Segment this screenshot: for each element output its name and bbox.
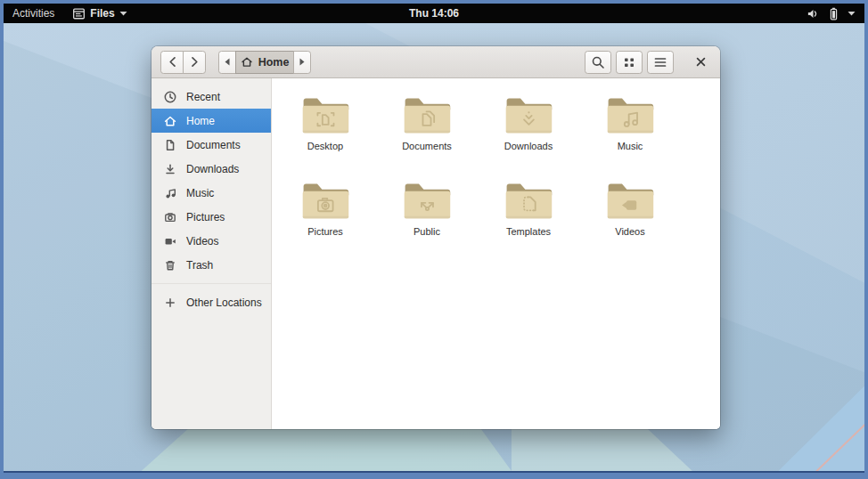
- sidebar-item-trash[interactable]: Trash: [151, 253, 271, 277]
- topbar-left: Activities Files: [4, 4, 136, 23]
- battery-icon: [828, 7, 839, 20]
- folder-icon: [604, 94, 656, 136]
- folder-label: Videos: [615, 226, 644, 237]
- folder-item-templates[interactable]: Templates: [484, 178, 573, 255]
- sidebar-label: Other Locations: [186, 296, 262, 309]
- sidebar-item-downloads[interactable]: Downloads: [151, 157, 271, 181]
- folder-item-pictures[interactable]: Pictures: [281, 178, 370, 255]
- icon-grid: Desktop: [272, 78, 720, 255]
- headerbar: Home: [151, 46, 720, 78]
- folder-label: Music: [618, 141, 643, 151]
- folder-label: Documents: [402, 141, 452, 151]
- download-icon: [163, 162, 177, 176]
- path-home-button[interactable]: Home: [235, 51, 294, 74]
- folder-icon: [503, 94, 554, 136]
- history-nav-group: [160, 51, 206, 74]
- headerbar-right-group: [585, 51, 711, 74]
- hamburger-menu-icon: [654, 57, 667, 68]
- camera-icon: [163, 210, 177, 224]
- home-icon: [241, 56, 253, 68]
- document-icon: [163, 138, 177, 152]
- folder-icon: [299, 180, 351, 222]
- clock[interactable]: Thu 14:06: [409, 7, 459, 20]
- folder-label: Downloads: [504, 141, 553, 151]
- app-menu-label: Files: [90, 7, 114, 20]
- path-scroll-left-button[interactable]: [218, 51, 236, 74]
- music-note-icon: [163, 186, 177, 200]
- folder-icon: [401, 94, 453, 136]
- sidebar-separator: [151, 283, 271, 284]
- sidebar-item-documents[interactable]: Documents: [151, 133, 271, 157]
- back-button[interactable]: [160, 51, 184, 74]
- sidebar-item-music[interactable]: Music: [151, 181, 271, 205]
- sidebar-label: Music: [186, 187, 214, 199]
- folder-label: Desktop: [307, 141, 343, 151]
- volume-icon: [807, 7, 820, 20]
- gnome-top-bar: Activities Files Thu 14:06: [4, 4, 864, 23]
- grid-view-icon: [623, 56, 635, 69]
- system-status-area[interactable]: [807, 4, 864, 23]
- menu-button[interactable]: [647, 51, 674, 74]
- folder-label: Pictures: [307, 226, 343, 237]
- sidebar-item-home[interactable]: Home: [151, 109, 271, 133]
- folder-item-public[interactable]: Public: [382, 178, 471, 255]
- folder-icon: [401, 180, 453, 222]
- file-view[interactable]: Desktop: [272, 78, 720, 429]
- close-icon: [696, 57, 706, 67]
- folder-icon: [604, 180, 656, 222]
- close-window-button[interactable]: [690, 52, 711, 73]
- sidebar-label: Trash: [186, 259, 213, 272]
- folder-item-documents[interactable]: Documents: [382, 93, 471, 169]
- sidebar-label: Documents: [186, 139, 241, 151]
- folder-label: Public: [414, 226, 440, 237]
- folder-icon: [503, 180, 554, 222]
- files-app-icon: [72, 7, 86, 20]
- sidebar-label: Videos: [186, 235, 218, 248]
- path-bar: Home: [218, 51, 311, 74]
- folder-item-desktop[interactable]: Desktop: [281, 93, 370, 169]
- sidebar-label: Recent: [186, 91, 220, 103]
- folder-item-music[interactable]: Music: [585, 93, 675, 169]
- search-button[interactable]: [585, 51, 611, 74]
- chevron-down-icon: [848, 11, 856, 16]
- screen: Activities Files Thu 14:06: [4, 4, 864, 473]
- view-grid-button[interactable]: [616, 51, 643, 74]
- activities-button[interactable]: Activities: [4, 4, 63, 23]
- forward-button[interactable]: [183, 51, 206, 74]
- folder-item-videos[interactable]: Videos: [585, 178, 675, 255]
- chevron-down-icon: [119, 11, 127, 16]
- sidebar-item-pictures[interactable]: Pictures: [151, 205, 271, 229]
- places-sidebar: Recent Home Document: [151, 78, 272, 429]
- clock-icon: [163, 90, 177, 104]
- screenshot-frame: Activities Files Thu 14:06: [0, 0, 868, 479]
- path-scroll-right-button[interactable]: [293, 51, 311, 74]
- files-window: Home: [151, 46, 720, 429]
- sidebar-label: Downloads: [186, 163, 239, 175]
- sidebar-item-recent[interactable]: Recent: [151, 85, 271, 109]
- activities-label: Activities: [12, 7, 54, 20]
- trash-icon: [163, 258, 177, 272]
- home-icon: [163, 114, 177, 128]
- plus-icon: [163, 296, 177, 310]
- folder-icon: [299, 94, 351, 136]
- desktop-wallpaper: Home: [4, 23, 864, 471]
- search-icon: [591, 55, 605, 69]
- app-menu-button[interactable]: Files: [63, 4, 135, 23]
- sidebar-label: Home: [186, 115, 215, 127]
- sidebar-label: Pictures: [186, 211, 225, 223]
- window-body: Recent Home Document: [151, 78, 720, 429]
- sidebar-item-other-locations[interactable]: Other Locations: [151, 290, 271, 314]
- sidebar-item-videos[interactable]: Videos: [151, 229, 271, 253]
- path-current-label: Home: [258, 56, 290, 69]
- video-icon: [163, 234, 177, 248]
- folder-item-downloads[interactable]: Downloads: [484, 93, 573, 169]
- folder-label: Templates: [506, 226, 551, 237]
